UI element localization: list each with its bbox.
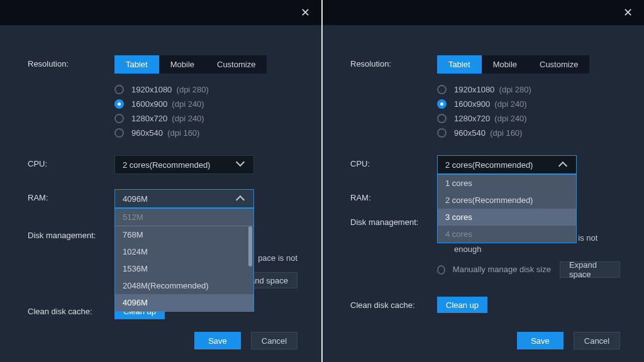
dropdown-option[interactable]: 2 cores(Recommended) [438,192,576,209]
tab-customize[interactable]: Customize [528,55,589,74]
cancel-button[interactable]: Cancel [574,332,620,349]
cache-label: Clean disk cache: [28,303,114,319]
save-button[interactable]: Save [517,332,564,349]
dropdown-option[interactable]: 3 cores [438,209,576,226]
tab-tablet[interactable]: Tablet [114,55,159,74]
tab-customize[interactable]: Customize [206,55,267,74]
dropdown-option[interactable]: 2048M(Recommended) [115,277,253,294]
cpu-select[interactable]: 2 cores(Recommended) [114,155,254,174]
dropdown-option[interactable]: 1536M [115,260,253,277]
resolution-option[interactable]: 1920x1080 (dpi 280) [437,85,620,94]
disk-label: Disk management: [350,214,437,284]
cancel-button[interactable]: Cancel [251,332,297,349]
chevron-up-icon [560,160,569,169]
resolution-option[interactable]: 1920x1080 (dpi 280) [114,85,297,94]
cache-label: Clean disk cache: [350,297,437,313]
scrollbar[interactable] [248,226,252,266]
settings-panel-right: ✕ Resolution: Tablet Mobile Customize 19… [323,0,644,362]
dropdown-option[interactable]: 768M [115,226,253,243]
cleanup-button[interactable]: Clean up [437,297,487,313]
ram-label: RAM: [28,189,114,208]
resolution-label: Resolution: [350,55,437,143]
resolution-option[interactable]: 960x540 (dpi 160) [437,128,620,138]
ram-label: RAM: [350,189,437,202]
dropdown-option[interactable]: 4096M [115,294,253,311]
titlebar: ✕ [323,0,644,25]
resolution-option[interactable]: 1600x900 (dpi 240) [437,99,620,109]
tab-mobile[interactable]: Mobile [159,55,206,74]
cpu-selected-value: 2 cores(Recommended) [445,160,533,170]
chevron-down-icon [237,160,246,169]
resolution-tabs: Tablet Mobile Customize [437,55,589,74]
disk-text-fragment: pace is not [258,253,297,263]
ram-selected-value: 4096M [123,194,148,204]
resolution-option[interactable]: 960x540 (dpi 160) [114,128,297,138]
titlebar: ✕ [0,0,321,25]
tab-mobile[interactable]: Mobile [482,55,528,74]
expand-space-button[interactable]: Expand space [560,261,620,278]
dropdown-option[interactable]: 4 cores [438,226,576,243]
settings-panel-left: ✕ Resolution: Tablet Mobile Customize 19… [0,0,321,362]
resolution-label: Resolution: [28,55,114,143]
resolution-option[interactable]: 1600x900 (dpi 240) [114,99,297,109]
dropdown-option[interactable]: 1024M [115,243,253,260]
disk-label: Disk management: [28,227,114,240]
resolution-options: 1920x1080 (dpi 280) 1600x900 (dpi 240) 1… [437,85,620,138]
ram-dropdown: 512M 768M 1024M 1536M 2048M(Recommended)… [114,208,254,312]
chevron-up-icon [237,194,246,203]
close-icon[interactable]: ✕ [623,7,633,18]
resolution-options: 1920x1080 (dpi 280) 1600x900 (dpi 240) 1… [114,85,297,138]
cpu-dropdown: 1 cores 2 cores(Recommended) 3 cores 4 c… [437,174,577,243]
save-button[interactable]: Save [194,332,241,349]
dropdown-option[interactable]: 512M [115,209,253,226]
cpu-label: CPU: [350,155,437,174]
resolution-option[interactable]: 1280x720 (dpi 240) [437,114,620,123]
close-icon[interactable]: ✕ [301,7,310,18]
resolution-option[interactable]: 1280x720 (dpi 240) [114,114,297,123]
disk-manual-option[interactable]: Manually manage disk size Expand space [437,261,620,278]
disk-manual-text: Manually manage disk size [453,264,560,275]
resolution-tabs: Tablet Mobile Customize [114,55,267,74]
ram-select[interactable]: 4096M [114,189,254,208]
cpu-select[interactable]: 2 cores(Recommended) [437,155,577,174]
cpu-label: CPU: [28,155,114,174]
cpu-selected-value: 2 cores(Recommended) [123,160,210,170]
dropdown-option[interactable]: 1 cores [438,175,576,192]
tab-tablet[interactable]: Tablet [437,55,482,74]
